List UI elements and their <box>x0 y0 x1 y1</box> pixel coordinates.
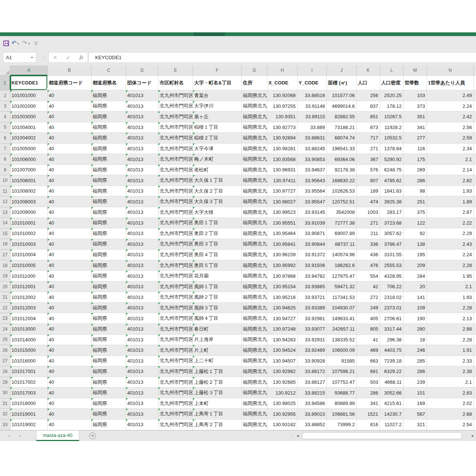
cell-L11[interactable]: 1841.63 <box>380 186 403 197</box>
cell-I6[interactable]: 33.88631 <box>298 133 327 144</box>
cell-K29[interactable]: 503 <box>357 377 380 388</box>
cell-B28[interactable]: 40 <box>48 366 91 377</box>
cell-A2[interactable]: 101001000 <box>10 90 48 101</box>
cell-D4[interactable]: 401013 <box>126 112 158 122</box>
cell-K8[interactable]: 367 <box>357 154 380 165</box>
cell-C26[interactable]: 福岡県 <box>91 345 126 356</box>
cell-G30[interactable]: 福岡県北九州市門司区 <box>242 387 267 398</box>
cell-A6[interactable]: 101004002 <box>10 133 48 144</box>
cell-E16[interactable]: 北九州市門司区 <box>158 239 193 250</box>
cell-D19[interactable]: 401013 <box>126 271 158 282</box>
cell-M3[interactable]: 373 <box>403 101 427 112</box>
cell-M9[interactable]: 269 <box>403 165 427 176</box>
cell-M22[interactable]: 109 <box>403 303 427 313</box>
cell-F3[interactable]: 大字伊川 <box>193 101 242 112</box>
cell-J9[interactable]: 92178.38 <box>327 165 357 176</box>
row-header-2[interactable]: 2 <box>0 90 10 101</box>
cell-M21[interactable]: 141 <box>403 292 427 303</box>
redo-dropdown-icon[interactable] <box>28 43 30 45</box>
cell-K31[interactable]: 341 <box>357 398 380 409</box>
cell-F23[interactable]: 風師４丁目 <box>193 313 242 324</box>
cell-I27[interactable]: 33.90928 <box>298 356 327 367</box>
cell-H29[interactable]: 130.92685 <box>267 377 298 388</box>
cell-D28[interactable]: 401013 <box>126 366 158 377</box>
cell-L19[interactable]: 4328.95 <box>380 271 403 282</box>
cell-I2[interactable]: 33.88516 <box>298 90 327 101</box>
cell-A33[interactable]: 101019002 <box>10 419 48 430</box>
column-header-M[interactable]: M <box>403 65 427 75</box>
cell-G6[interactable]: 福岡県北九州市門司区 <box>242 133 267 144</box>
cell-K32[interactable]: 1521 <box>357 409 380 419</box>
cell-K11[interactable]: 189 <box>357 186 380 197</box>
cell-F10[interactable]: 大久保１丁目 <box>193 175 242 186</box>
cell-B12[interactable]: 40 <box>48 196 91 207</box>
cell-G31[interactable]: 福岡県北九州市門司区 <box>242 398 267 409</box>
hscroll-right-icon[interactable]: ► <box>471 434 475 438</box>
cell-B23[interactable]: 40 <box>48 313 91 324</box>
cell-K3[interactable]: 837 <box>357 101 380 112</box>
row-header-19[interactable]: 19 <box>0 271 10 282</box>
cell-N30[interactable]: 2.83 <box>427 387 474 398</box>
cell-E9[interactable]: 北九州市門司区 <box>158 165 193 176</box>
cell-A5[interactable]: 101004001 <box>10 122 48 133</box>
cell-G25[interactable]: 福岡県北九州市門司区 <box>242 335 267 345</box>
cell-F13[interactable]: 大字大積 <box>193 207 242 218</box>
cell-L16[interactable]: 3786.47 <box>380 239 403 250</box>
cell-E14[interactable]: 北九州市門司区 <box>158 218 193 229</box>
cell-A13[interactable]: 101009000 <box>10 207 48 218</box>
cell-N28[interactable]: 2.38 <box>427 366 474 377</box>
cell-A11[interactable]: 101008002 <box>10 186 48 197</box>
cell-N18[interactable]: 2.28 <box>427 260 474 271</box>
cell-H17[interactable]: 130.96159 <box>267 250 298 260</box>
cell-B6[interactable]: 40 <box>48 133 91 144</box>
cell-B10[interactable]: 40 <box>48 175 91 186</box>
cell-G14[interactable]: 福岡県北九州市門司区 <box>242 218 267 229</box>
cell-L20[interactable]: 706.22 <box>380 282 403 292</box>
cell-A4[interactable]: 101003000 <box>10 112 48 122</box>
cell-A16[interactable]: 101010003 <box>10 239 48 250</box>
cell-J2[interactable]: 101577.06 <box>327 90 357 101</box>
cell-K24[interactable]: 805 <box>357 324 380 335</box>
cell-L30[interactable]: 3052.66 <box>380 387 403 398</box>
cell-I4[interactable]: 33.89115 <box>298 112 327 122</box>
cell-A18[interactable]: 101010005 <box>10 260 48 271</box>
cell-H28[interactable]: 130.92982 <box>267 366 298 377</box>
sheet-nav-right-icon[interactable]: ► <box>19 434 22 438</box>
cell-C27[interactable]: 福岡県 <box>91 356 126 367</box>
cell-M27[interactable]: 285 <box>403 356 427 367</box>
cell-A8[interactable]: 101006000 <box>10 154 48 165</box>
cell-L29[interactable]: 4668.11 <box>380 377 403 388</box>
name-box[interactable]: A1 <box>3 52 36 63</box>
cell-G20[interactable]: 福岡県北九州市門司区 <box>242 282 267 292</box>
cell-M26[interactable]: 246 <box>403 345 427 356</box>
cell-N17[interactable]: 2.24 <box>427 250 474 260</box>
cell-M13[interactable]: 375 <box>403 207 427 218</box>
cell-M31[interactable]: 169 <box>403 398 427 409</box>
cell-D11[interactable]: 401013 <box>126 186 158 197</box>
cell-C28[interactable]: 福岡県 <box>91 366 126 377</box>
cell-C31[interactable]: 福岡県 <box>91 398 126 409</box>
selection-fill-handle[interactable] <box>45 88 47 90</box>
cell-D6[interactable]: 401013 <box>126 133 158 144</box>
cell-C23[interactable]: 福岡県 <box>91 313 126 324</box>
column-header-I[interactable]: I <box>298 65 327 75</box>
cell-A24[interactable]: 101013000 <box>10 324 48 335</box>
cell-A10[interactable]: 101008001 <box>10 175 48 186</box>
cell-G22[interactable]: 福岡県北九州市門司区 <box>242 303 267 313</box>
cell-C1[interactable]: 都道府県名 <box>91 75 126 90</box>
cell-K19[interactable]: 554 <box>357 271 380 282</box>
cell-L18[interactable]: 2555.53 <box>380 260 403 271</box>
cell-C7[interactable]: 福岡県 <box>91 144 126 154</box>
cell-M17[interactable]: 195 <box>403 250 427 260</box>
cell-E13[interactable]: 北九州市門司区 <box>158 207 193 218</box>
cell-E10[interactable]: 北九州市門司区 <box>158 175 193 186</box>
cell-A12[interactable]: 101008003 <box>10 196 48 207</box>
row-header-22[interactable]: 22 <box>0 303 10 313</box>
row-header-7[interactable]: 7 <box>0 144 10 154</box>
cell-H18[interactable]: 130.95992 <box>267 260 298 271</box>
cell-F15[interactable]: 奥田２丁目 <box>193 228 242 239</box>
cell-L23[interactable]: 2706.61 <box>380 313 403 324</box>
cell-A1[interactable]: KEYCODE1 <box>10 75 48 90</box>
cell-N7[interactable]: 2.34 <box>427 144 474 154</box>
cell-G1[interactable]: 住所 <box>242 75 267 90</box>
